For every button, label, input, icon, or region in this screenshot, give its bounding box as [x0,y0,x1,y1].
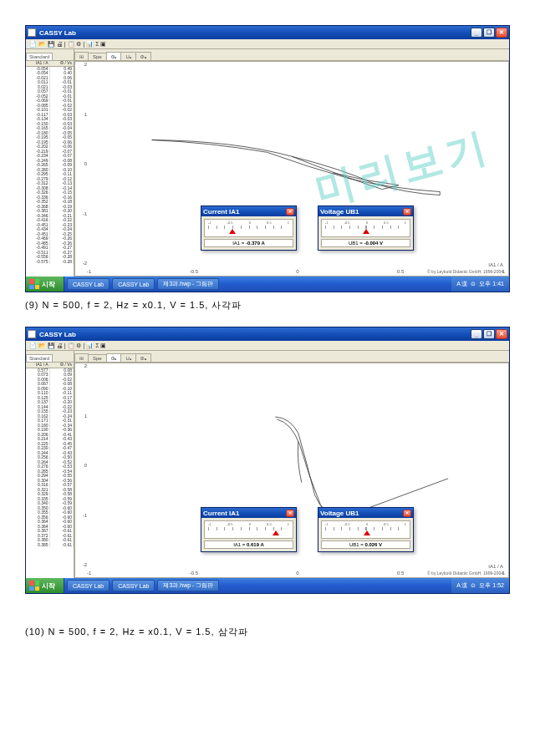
meter-current-2[interactable]: Current IA1✕ -1-0.500.51 IA1 = 0.619 A [201,507,297,552]
credit: © by Leybold Didactic GmbH, 1999-2004 [427,571,503,576]
taskbar-item[interactable]: CASSY Lab [67,580,110,591]
windows-flag-icon [29,279,39,289]
needle-icon [229,229,236,234]
close-button[interactable]: ✕ [496,329,507,339]
system-tray[interactable]: A 漢⊙오후 1:52 [451,578,509,593]
reading: IA1 = -0.379 A [204,239,293,247]
windows-flag-icon [29,581,39,591]
credit: © by Leybold Didactic GmbH, 1999-2004 [427,269,503,274]
caption-2: (10) N = 500, f = 2, Hz = x0.1, V = 1.5,… [25,621,510,653]
taskbar-item[interactable]: 제3과.hwp - 그림판 [157,278,219,290]
meter-close-icon[interactable]: ✕ [286,208,294,216]
toolbar-group[interactable]: 📄 📂 💾 🖨 | 📋 ⚙ | 📊 Σ ▣ [29,41,106,48]
plot-tabs[interactable]: ⊞ Spe Φ₁ U₁ Φ₂ [74,351,509,363]
taskbar[interactable]: 시작 CASSY Lab CASSY Lab 제3과.hwp - 그림판 A 漢… [26,277,509,292]
data-table[interactable]: IA1 / AΦ / Vs 0.5770.080.0730.090.006-0.… [26,363,74,578]
taskbar-item[interactable]: 제3과.hwp - 그림판 [157,580,219,591]
window-title: CASSY Lab [39,331,471,338]
taskbar-item[interactable]: CASSY Lab [112,580,155,591]
toolbar-group[interactable]: 📄 📂 💾 🖨 | 📋 ⚙ | 📊 Σ ▣ [29,342,106,349]
titlebar[interactable]: CASSY Lab _ ❐ ✕ [26,26,509,39]
x-axis-label: IA1 / A [488,564,503,569]
minimize-button[interactable]: _ [471,329,482,339]
needle-icon [363,229,369,234]
plot-tabs[interactable]: ⊞ Spe Φ₁ U₁ Φ₂ [74,49,509,61]
window-title: CASSY Lab [39,29,471,37]
meter-voltage-1[interactable]: Voltage UB1✕ -1-0.500.51 UB1 = -0.004 V [318,205,414,251]
system-tray[interactable]: A 漢⊙오후 1:41 [451,277,509,292]
gauge: -1-0.500.51 [204,520,293,539]
x-axis-label: IA1 / A [488,262,503,267]
data-table[interactable]: IA1 / AΦ / Vs -0.0540.49-0.0540.40-0.021… [26,61,74,277]
needle-icon [273,530,279,535]
gauge: -1-0.500.51 [321,520,410,539]
meter-close-icon[interactable]: ✕ [286,510,294,517]
meter-close-icon[interactable]: ✕ [403,208,411,216]
left-panel: Standard IA1 / AΦ / Vs -0.0540.49-0.0540… [26,49,74,277]
tab-standard[interactable]: Standard [26,354,53,362]
tab-standard[interactable]: Standard [26,53,53,60]
plot-area[interactable]: 210-1-2 -1-0.500.51 Current IA1✕ -1-0.50… [74,363,509,578]
needle-icon [364,530,370,535]
gauge: -1-0.500.51 [204,219,293,237]
meter-voltage-2[interactable]: Voltage UB1✕ -1-0.500.51 UB1 = 0.026 V [318,507,414,552]
minimize-button[interactable]: _ [471,28,482,38]
start-button[interactable]: 시작 [26,277,64,292]
menubar[interactable]: 📄 📂 💾 🖨 | 📋 ⚙ | 📊 Σ ▣ [26,341,509,351]
app-window-1: CASSY Lab _ ❐ ✕ 📄 📂 💾 🖨 | 📋 ⚙ | 📊 Σ ▣ St… [25,25,510,292]
taskbar-item[interactable]: CASSY Lab [67,278,110,290]
reading: UB1 = 0.026 V [321,540,410,549]
right-panel: ⊞ Spe Φ₁ U₁ Φ₂ 210-1-2 -1-0.500.51 [74,351,509,578]
taskbar[interactable]: 시작 CASSY Lab CASSY Lab 제3과.hwp - 그림판 A 漢… [26,578,509,593]
reading: IA1 = 0.619 A [204,540,293,549]
maximize-button[interactable]: ❐ [483,329,495,339]
app-icon [28,28,36,37]
meter-current-1[interactable]: Current IA1✕ -1-0.500.51 IA1 = -0.379 A [201,205,297,251]
menubar[interactable]: 📄 📂 💾 🖨 | 📋 ⚙ | 📊 Σ ▣ [26,39,509,49]
close-button[interactable]: ✕ [496,28,507,38]
titlebar[interactable]: CASSY Lab _ ❐ ✕ [26,327,509,341]
app-icon [28,330,36,338]
reading: UB1 = -0.004 V [321,239,410,247]
gauge: -1-0.500.51 [321,219,410,237]
maximize-button[interactable]: ❐ [483,28,495,38]
caption-1: (9) N = 500, f = 2, Hz = x0.1, V = 1.5, … [25,294,510,327]
right-panel: ⊞ Spe Φ₁ U₁ Φ₂ 210-1-2 -1-0.500.51 [74,49,509,277]
app-window-2: CASSY Lab _ ❐ ✕ 📄 📂 💾 🖨 | 📋 ⚙ | 📊 Σ ▣ St… [25,327,510,594]
taskbar-item[interactable]: CASSY Lab [112,278,155,290]
meter-close-icon[interactable]: ✕ [403,510,411,517]
left-panel: Standard IA1 / AΦ / Vs 0.5770.080.0730.0… [26,351,74,578]
plot-area[interactable]: 210-1-2 -1-0.500.51 Current IA1✕ -1-0.50… [74,61,509,277]
start-button[interactable]: 시작 [26,578,64,593]
